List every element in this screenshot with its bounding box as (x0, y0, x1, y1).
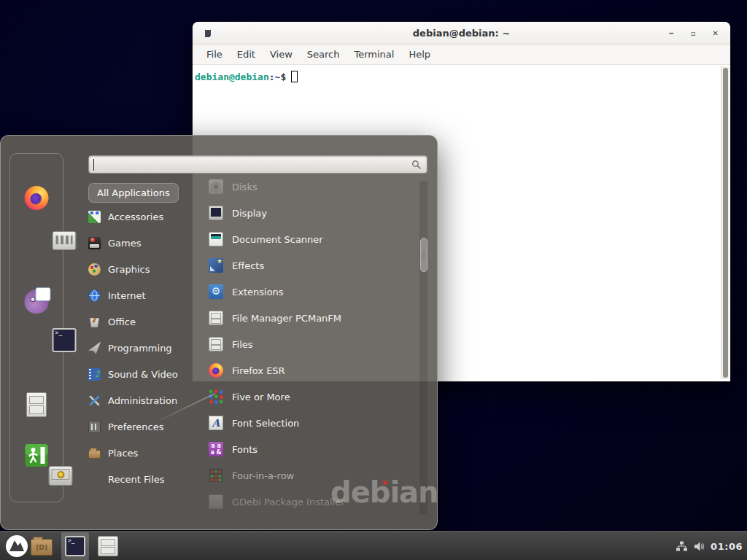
internet-icon (88, 289, 101, 302)
category-list: All Applications Accessories Games Graph… (88, 183, 205, 492)
firefox-esr-icon (209, 363, 223, 378)
files-icon (209, 337, 223, 351)
file-manager-pcmanfm-icon (209, 311, 223, 325)
application-list: Disks Display Document Scanner Effects E… (209, 174, 417, 515)
terminal-icon[interactable] (53, 328, 77, 352)
font-selection-icon (209, 416, 223, 430)
menu-view[interactable]: View (263, 49, 300, 60)
close-icon[interactable]: ✕ (713, 30, 719, 37)
preferences-icon (88, 421, 101, 433)
taskbar-files-button[interactable] (98, 536, 118, 556)
shell-prompt: debian@debian:~$ (193, 66, 730, 82)
extensions-icon (209, 284, 223, 299)
disks-icon (209, 179, 223, 194)
clock[interactable]: 01:06 (711, 541, 743, 552)
desktop-folder-button[interactable]: [D] (31, 539, 53, 556)
app-file-manager-pcmanfm[interactable]: File Manager PCManFM (209, 305, 417, 331)
category-office[interactable]: Office (88, 308, 205, 335)
category-preferences[interactable]: Preferences (88, 413, 205, 440)
lock-screen-icon[interactable] (49, 466, 73, 486)
desktop: { "terminal": { "title": "debian@debian:… (0, 0, 747, 560)
category-sound-video[interactable]: Sound & Video (88, 361, 205, 387)
app-effects[interactable]: Effects (209, 252, 417, 279)
menu-scrollbar[interactable] (419, 181, 428, 515)
taskbar-terminal-icon (65, 536, 85, 556)
applications-menu-button[interactable] (6, 535, 28, 557)
programming-icon (88, 342, 101, 354)
maximize-icon[interactable]: ▫ (691, 30, 696, 37)
log-out-icon[interactable] (25, 443, 49, 467)
category-accessories[interactable]: Accessories (88, 203, 205, 230)
category-games[interactable]: Games (88, 230, 205, 256)
volume-icon[interactable] (693, 540, 705, 553)
terminal-menubar: File Edit View Search Terminal Help (193, 44, 730, 65)
four-in-a-row-icon (209, 468, 223, 483)
five-or-more-icon (209, 389, 223, 404)
watermark-red-dot (383, 481, 387, 485)
app-fonts[interactable]: Fonts (209, 436, 417, 462)
software-icon[interactable] (53, 231, 77, 250)
menu-help[interactable]: Help (401, 49, 438, 60)
category-internet[interactable]: Internet (88, 282, 205, 308)
display-icon (209, 206, 223, 220)
category-all-applications[interactable]: All Applications (88, 183, 179, 203)
terminal-scrollbar[interactable] (721, 66, 729, 379)
app-files[interactable]: Files (209, 331, 417, 357)
file-manager-icon[interactable] (26, 392, 47, 417)
category-places[interactable]: Places (88, 440, 205, 466)
prompt-user-host: debian@debian (195, 71, 269, 82)
applications-menu: All Applications Accessories Games Graph… (0, 135, 438, 530)
minimize-icon[interactable]: ‒ (669, 30, 674, 37)
administration-icon (88, 394, 101, 407)
search-field[interactable] (88, 155, 427, 174)
category-recent-files[interactable]: Recent Files (88, 466, 205, 492)
office-icon (88, 316, 101, 328)
app-font-selection[interactable]: Font Selection (209, 410, 417, 436)
taskbar-terminal-button[interactable] (61, 532, 89, 560)
firefox-icon[interactable] (25, 186, 49, 210)
terminal-scrollbar-thumb[interactable] (723, 68, 728, 378)
system-tray: 01:06 (676, 532, 743, 560)
folder-badge: [D] (36, 544, 47, 551)
graphics-icon (88, 263, 101, 276)
games-icon (88, 237, 101, 249)
accessories-icon (88, 211, 101, 223)
category-graphics[interactable]: Graphics (88, 256, 205, 282)
sound-video-icon (88, 368, 101, 381)
terminal-titlebar[interactable]: debian@debian: ~ ‒ ▫ ✕ (193, 22, 730, 44)
app-disks[interactable]: Disks (209, 174, 417, 200)
menu-search[interactable]: Search (300, 49, 347, 60)
menu-terminal[interactable]: Terminal (347, 49, 401, 60)
effects-icon (209, 258, 223, 273)
places-icon (88, 450, 101, 459)
menu-file[interactable]: File (199, 49, 230, 60)
menu-logo-icon (6, 535, 28, 557)
menu-scrollbar-thumb[interactable] (420, 238, 427, 272)
wallpaper-watermark: debian (330, 475, 438, 509)
menu-edit[interactable]: Edit (230, 49, 263, 60)
category-administration[interactable]: Administration (88, 387, 205, 413)
app-display[interactable]: Display (209, 200, 417, 226)
taskbar: [D] 01:06 (0, 531, 747, 560)
favorites-panel (9, 153, 63, 502)
search-caret (93, 159, 94, 171)
category-programming[interactable]: Programming (88, 335, 205, 361)
document-scanner-icon (209, 232, 223, 246)
app-document-scanner[interactable]: Document Scanner (209, 226, 417, 252)
gdebi-icon (209, 494, 223, 509)
fonts-icon (209, 442, 223, 456)
app-firefox-esr[interactable]: Firefox ESR (209, 357, 417, 384)
app-extensions[interactable]: Extensions (209, 279, 417, 305)
app-five-or-more[interactable]: Five or More (209, 384, 417, 410)
terminal-title: debian@debian: ~ (193, 22, 730, 44)
terminal-cursor (291, 71, 298, 82)
pidgin-icon[interactable] (25, 289, 49, 314)
network-icon[interactable] (676, 540, 688, 553)
search-icon (411, 160, 422, 170)
